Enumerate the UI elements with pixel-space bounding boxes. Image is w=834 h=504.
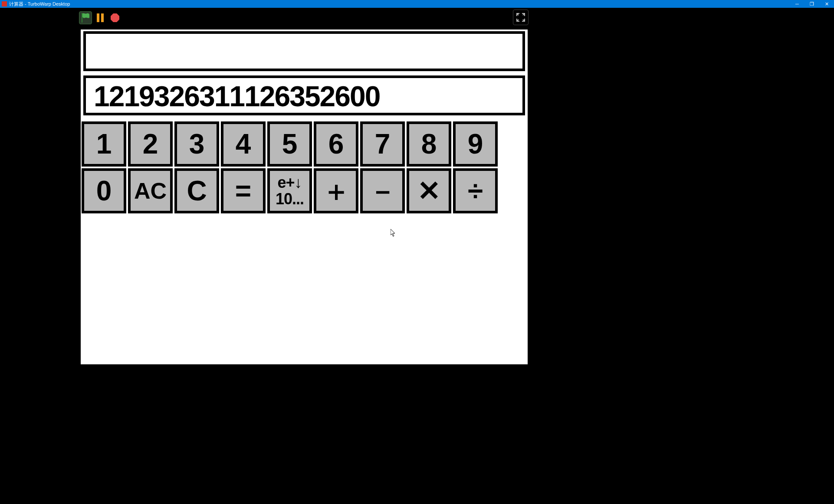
key-row-2: 0 AC C = e+↓ 10... ＋ － ✕ ÷ — [82, 168, 498, 213]
key-6[interactable]: 6 — [314, 121, 358, 167]
stage-toolbar — [79, 8, 529, 28]
stop-icon — [110, 13, 120, 23]
key-2[interactable]: 2 — [128, 121, 173, 167]
key-4[interactable]: 4 — [221, 121, 266, 167]
key-5[interactable]: 5 — [267, 121, 312, 167]
app-frame: 1219326311126352600 1 2 3 4 5 6 7 8 9 0 … — [0, 8, 834, 504]
key-multiply[interactable]: ✕ — [407, 168, 451, 213]
key-plus[interactable]: ＋ — [314, 168, 358, 213]
green-flag-icon — [81, 13, 90, 23]
key-scientific-bot: 10... — [276, 191, 304, 207]
stop-button[interactable] — [108, 11, 121, 24]
key-divide[interactable]: ÷ — [453, 168, 498, 213]
key-0[interactable]: 0 — [82, 168, 126, 213]
key-1[interactable]: 1 — [82, 121, 126, 167]
fullscreen-icon — [516, 13, 525, 22]
display-upper — [83, 31, 525, 71]
key-equals[interactable]: = — [221, 168, 266, 213]
pause-button[interactable] — [94, 11, 107, 24]
fullscreen-button[interactable] — [513, 10, 529, 25]
key-9[interactable]: 9 — [453, 121, 498, 167]
key-7[interactable]: 7 — [360, 121, 405, 167]
svg-marker-3 — [111, 13, 119, 22]
key-3[interactable]: 3 — [174, 121, 219, 167]
maximize-button[interactable]: ❐ — [804, 0, 819, 8]
minimize-button[interactable]: ─ — [790, 0, 804, 8]
key-clear[interactable]: C — [174, 168, 219, 213]
window-title: 计算器 - TurboWarp Desktop — [9, 1, 70, 7]
key-scientific[interactable]: e+↓ 10... — [267, 168, 312, 213]
key-8[interactable]: 8 — [407, 121, 451, 167]
pause-icon — [96, 13, 105, 23]
stage: 1219326311126352600 1 2 3 4 5 6 7 8 9 0 … — [79, 28, 529, 366]
key-all-clear[interactable]: AC — [128, 168, 173, 213]
svg-rect-2 — [101, 13, 104, 22]
svg-rect-1 — [97, 13, 99, 22]
green-flag-button[interactable] — [79, 11, 92, 24]
key-scientific-top: e+↓ — [277, 174, 302, 191]
window-controls: ─ ❐ ✕ — [790, 0, 834, 8]
display-lower: 1219326311126352600 — [83, 75, 525, 115]
cursor-icon — [391, 229, 396, 237]
close-button[interactable]: ✕ — [819, 0, 834, 8]
app-icon — [2, 1, 7, 7]
svg-rect-0 — [82, 13, 82, 23]
key-minus[interactable]: － — [360, 168, 405, 213]
display-lower-value: 1219326311126352600 — [94, 80, 380, 113]
key-row-1: 1 2 3 4 5 6 7 8 9 — [82, 121, 498, 167]
titlebar: 计算器 - TurboWarp Desktop ─ ❐ ✕ — [0, 0, 834, 8]
